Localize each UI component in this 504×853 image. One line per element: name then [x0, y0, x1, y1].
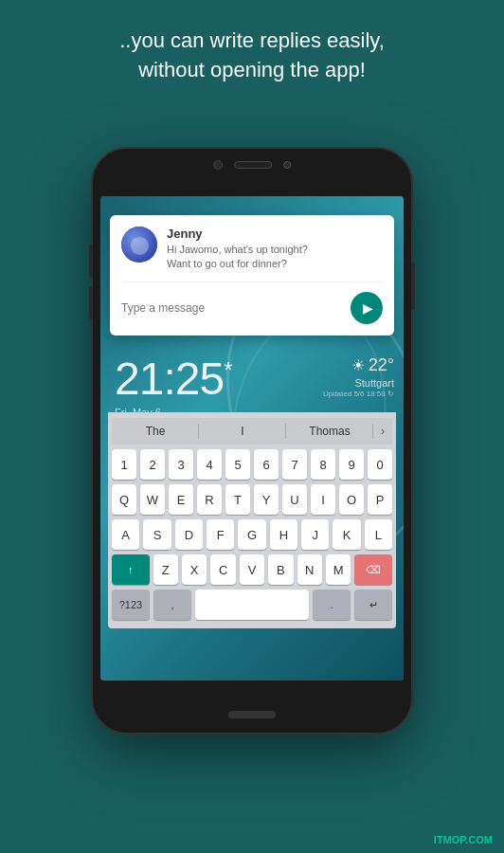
- weather-widget: ☀ 22° Stuttgart Updated 5/6 18:58 ↻: [323, 355, 394, 398]
- key-k[interactable]: K: [333, 519, 360, 550]
- autocomplete-bar: The I Thomas ›: [112, 418, 392, 445]
- zxcv-row: ↑ Z X C V B N M ⌫: [112, 554, 392, 585]
- lock-screen-time: 21:25* Fri, May 6: [115, 353, 231, 418]
- keyboard[interactable]: The I Thomas › 1 2 3 4 5 6 7 8 9 0: [108, 412, 396, 628]
- key-5[interactable]: 5: [225, 449, 250, 480]
- key-q[interactable]: Q: [112, 484, 136, 515]
- weather-top-row: ☀ 22°: [323, 355, 394, 375]
- header-line2: without opening the app!: [138, 58, 366, 82]
- key-i[interactable]: I: [311, 484, 335, 515]
- phone-top-bar: [156, 160, 348, 170]
- key-8[interactable]: 8: [311, 449, 335, 480]
- key-6[interactable]: 6: [254, 449, 279, 480]
- notification-header: Jenny Hi Jawomo, what's up tonight? Want…: [121, 227, 383, 272]
- key-w[interactable]: W: [140, 484, 165, 515]
- key-t[interactable]: T: [225, 484, 250, 515]
- key-h[interactable]: H: [270, 519, 297, 550]
- key-e[interactable]: E: [169, 484, 193, 515]
- volume-up-button[interactable]: [89, 244, 93, 277]
- autocomplete-more-icon[interactable]: ›: [373, 419, 392, 444]
- power-button[interactable]: [411, 263, 415, 310]
- notification-sender: Jenny: [167, 227, 383, 241]
- key-9[interactable]: 9: [339, 449, 364, 480]
- reply-input[interactable]: [121, 301, 343, 315]
- key-3[interactable]: 3: [169, 449, 193, 480]
- phone-body: Jenny Hi Jawomo, what's up tonight? Want…: [91, 147, 413, 735]
- qwerty-row: Q W E R T Y U I O P: [112, 484, 392, 515]
- key-l[interactable]: L: [365, 519, 392, 550]
- key-m[interactable]: M: [326, 554, 351, 585]
- symbol-key[interactable]: ?123: [112, 590, 150, 620]
- key-r[interactable]: R: [197, 484, 222, 515]
- key-g[interactable]: G: [238, 519, 265, 550]
- home-bar[interactable]: [228, 711, 276, 718]
- period-key[interactable]: .: [313, 590, 351, 620]
- key-c[interactable]: C: [210, 554, 235, 585]
- notification-card: Jenny Hi Jawomo, what's up tonight? Want…: [110, 215, 394, 336]
- time-display: 21:25*: [115, 353, 231, 405]
- reply-input-row[interactable]: ▶: [121, 281, 383, 324]
- header-line1: ..you can write replies easily,: [119, 28, 385, 52]
- key-f[interactable]: F: [207, 519, 234, 550]
- avatar: [121, 227, 157, 263]
- autocomplete-item-the[interactable]: The: [112, 419, 199, 444]
- key-2[interactable]: 2: [140, 449, 165, 480]
- notification-message: Hi Jawomo, what's up tonight? Want to go…: [167, 243, 383, 272]
- key-x[interactable]: X: [182, 554, 207, 585]
- comma-key[interactable]: ,: [153, 590, 191, 620]
- autocomplete-item-thomas[interactable]: Thomas: [286, 419, 373, 444]
- enter-key[interactable]: ↵: [354, 590, 392, 620]
- shift-key[interactable]: ↑: [112, 554, 150, 585]
- avatar-image: [121, 227, 157, 263]
- sensor: [283, 161, 291, 169]
- weather-updated: Updated 5/6 18:58 ↻: [323, 390, 394, 398]
- key-z[interactable]: Z: [153, 554, 178, 585]
- send-button[interactable]: ▶: [351, 292, 383, 324]
- phone-mockup: Jenny Hi Jawomo, what's up tonight? Want…: [91, 147, 413, 735]
- asdf-row: A S D F G H J K L: [112, 519, 392, 550]
- delete-key[interactable]: ⌫: [354, 554, 392, 585]
- notification-content: Jenny Hi Jawomo, what's up tonight? Want…: [167, 227, 383, 272]
- earpiece-speaker: [234, 161, 272, 169]
- weather-temperature: 22°: [369, 355, 394, 375]
- key-7[interactable]: 7: [282, 449, 307, 480]
- key-1[interactable]: 1: [112, 449, 136, 480]
- key-a[interactable]: A: [112, 519, 139, 550]
- key-0[interactable]: 0: [368, 449, 392, 480]
- key-p[interactable]: P: [368, 484, 392, 515]
- weather-city: Stuttgart: [323, 377, 394, 389]
- key-v[interactable]: V: [240, 554, 264, 585]
- key-o[interactable]: O: [339, 484, 364, 515]
- key-y[interactable]: Y: [254, 484, 279, 515]
- key-j[interactable]: J: [301, 519, 329, 550]
- volume-down-button[interactable]: [89, 286, 93, 319]
- front-camera: [213, 160, 223, 170]
- key-u[interactable]: U: [282, 484, 307, 515]
- key-b[interactable]: B: [268, 554, 293, 585]
- phone-screen: Jenny Hi Jawomo, what's up tonight? Want…: [100, 196, 404, 681]
- autocomplete-item-i[interactable]: I: [199, 419, 286, 444]
- key-s[interactable]: S: [143, 519, 171, 550]
- send-icon: ▶: [363, 300, 373, 316]
- key-n[interactable]: N: [297, 554, 322, 585]
- header-text: ..you can write replies easily, without …: [0, 0, 504, 104]
- watermark: ITMOP.COM: [434, 834, 493, 845]
- weather-sun-icon: ☀: [351, 356, 365, 374]
- key-d[interactable]: D: [175, 519, 203, 550]
- space-key[interactable]: [195, 590, 309, 620]
- number-row: 1 2 3 4 5 6 7 8 9 0: [112, 449, 392, 480]
- key-4[interactable]: 4: [197, 449, 222, 480]
- bottom-row: ?123 , . ↵: [112, 590, 392, 620]
